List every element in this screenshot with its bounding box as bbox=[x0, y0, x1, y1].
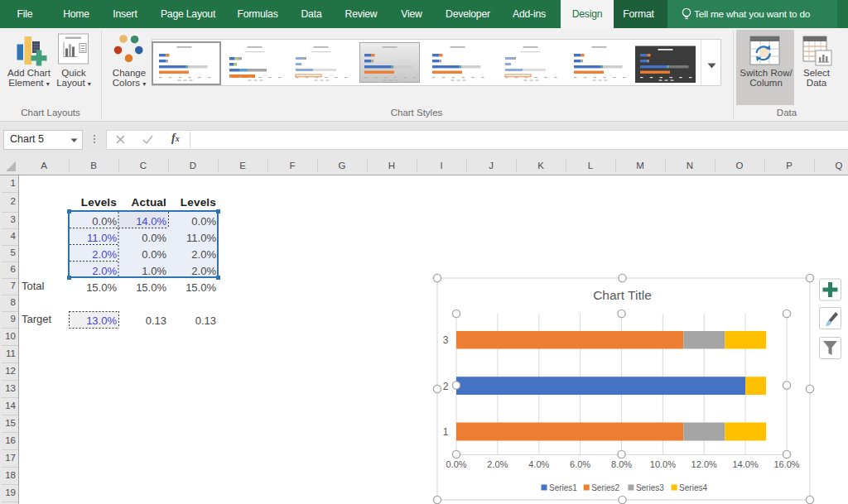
svg-text:10.0%: 10.0% bbox=[650, 459, 676, 469]
svg-text:4.0%: 4.0% bbox=[528, 459, 549, 469]
svg-text:12.0%: 12.0% bbox=[691, 459, 717, 469]
svg-text:3: 3 bbox=[443, 334, 449, 346]
svg-text:Series2: Series2 bbox=[591, 483, 619, 492]
svg-text:1: 1 bbox=[443, 426, 449, 438]
svg-text:16.0%: 16.0% bbox=[773, 459, 799, 469]
svg-text:Series4: Series4 bbox=[679, 483, 707, 492]
svg-text:8.0%: 8.0% bbox=[611, 459, 632, 469]
svg-text:Chart Title: Chart Title bbox=[593, 288, 652, 302]
svg-text:14.0%: 14.0% bbox=[732, 459, 758, 469]
svg-text:0.0%: 0.0% bbox=[446, 459, 466, 469]
svg-text:Series1: Series1 bbox=[549, 483, 577, 492]
svg-text:6.0%: 6.0% bbox=[570, 459, 590, 469]
svg-text:2.0%: 2.0% bbox=[487, 459, 508, 469]
svg-text:2: 2 bbox=[443, 381, 449, 392]
svg-text:Series3: Series3 bbox=[636, 483, 664, 492]
